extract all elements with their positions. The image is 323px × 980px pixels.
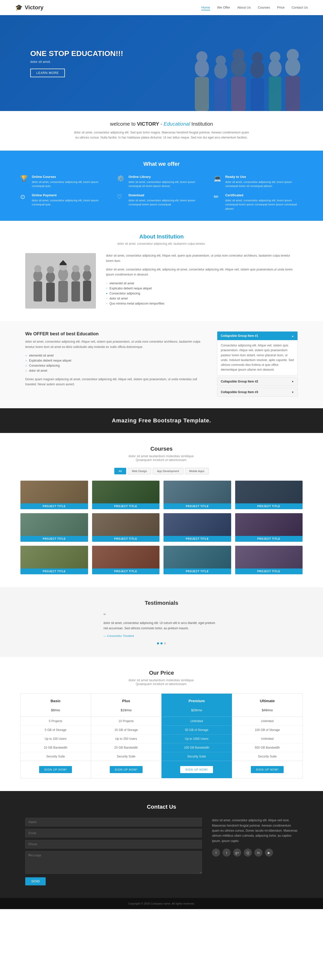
contact-email-input[interactable] bbox=[25, 829, 202, 837]
filter-mobile[interactable]: Mobile Apps bbox=[185, 468, 209, 474]
dot-2[interactable] bbox=[161, 643, 162, 644]
pricing-heading: Our Price bbox=[20, 670, 303, 676]
brand-name: Victory bbox=[25, 4, 43, 11]
nav-courses[interactable]: Courses bbox=[258, 6, 270, 10]
nav-price[interactable]: Price bbox=[277, 6, 285, 10]
hero-subtitle: dolor sit amet. bbox=[30, 60, 123, 64]
course-card-5[interactable]: PROJECT TITLE bbox=[92, 513, 160, 542]
dot-3[interactable] bbox=[164, 643, 166, 644]
nav-we-offer[interactable]: We Offer bbox=[217, 6, 231, 10]
course-card-2[interactable]: PROJECT TITLE bbox=[163, 480, 231, 509]
pricing-basic-name: Basic bbox=[21, 698, 91, 703]
best-list: elementid sit amet Explicabo deberit neq… bbox=[25, 353, 207, 373]
best-heading: We OFFER best of best Education bbox=[25, 331, 207, 337]
course-card-3[interactable]: PROJECT TITLE bbox=[235, 480, 303, 509]
svg-point-33 bbox=[84, 265, 90, 272]
course-card-10[interactable]: PROJECT TITLE bbox=[163, 546, 231, 574]
course-card-6[interactable]: PROJECT TITLE bbox=[163, 513, 231, 542]
collapsible-header-0[interactable]: Collapsible Group Item #1 ▲ bbox=[217, 331, 298, 340]
pricing-ultimate: Ultimate $49/mo Unlimited 100 GB of Stor… bbox=[232, 694, 303, 778]
course-card-8[interactable]: PROJECT TITLE bbox=[20, 546, 88, 574]
learn-more-button[interactable]: LEARN MORE bbox=[30, 68, 65, 77]
youtube-icon[interactable]: ▶ bbox=[265, 848, 273, 857]
pricing-basic-f1: 5 GB of Storage bbox=[21, 725, 91, 735]
svg-rect-13 bbox=[269, 76, 282, 111]
nav-about[interactable]: About Us bbox=[237, 6, 251, 10]
contact-name-input[interactable] bbox=[25, 818, 202, 826]
collapsible-1: Collapsible Group Item #2 ▼ bbox=[217, 377, 298, 386]
offer-item-5: ✏ Certificated dolor sit amet, consectet… bbox=[214, 193, 303, 211]
best-text1: dolor sit amet, consectetur adipiscing e… bbox=[25, 339, 207, 350]
collapsible-header-2[interactable]: Collapsible Group Item #3 ▼ bbox=[217, 388, 298, 396]
filter-app[interactable]: App Development bbox=[153, 468, 183, 474]
signup-premium-button[interactable]: SIGN UP NOW! bbox=[180, 766, 213, 773]
filter-all[interactable]: All bbox=[114, 468, 126, 474]
offer-text-4: dolor sit amet, consectetur adipiscing e… bbox=[129, 198, 206, 207]
pricing-ultimate-f3: 500 GB Bandwidth bbox=[232, 743, 303, 752]
search-icon[interactable]: Q bbox=[244, 848, 252, 857]
course-card-11[interactable]: PROJECT TITLE bbox=[235, 546, 303, 574]
collapsible-header-1[interactable]: Collapsible Group Item #2 ▼ bbox=[217, 377, 298, 386]
about-heading: About Institution bbox=[25, 233, 298, 240]
caret-up-icon: ▲ bbox=[291, 334, 294, 337]
contact-message-input[interactable] bbox=[25, 851, 202, 874]
nav-contact[interactable]: Contact Us bbox=[292, 6, 308, 10]
svg-point-30 bbox=[72, 265, 79, 272]
signup-ultimate-button[interactable]: SIGN UP NOW! bbox=[251, 766, 284, 773]
twitter-icon[interactable]: t bbox=[223, 848, 231, 857]
pricing-basic-features: 5 Projects 5 GB of Storage Up to 100 Use… bbox=[21, 717, 91, 761]
pricing-ultimate-f4: Security Suite bbox=[232, 752, 303, 761]
offer-title-2: Ready to Use bbox=[225, 175, 303, 179]
course-card-0[interactable]: PROJECT TITLE bbox=[20, 480, 88, 509]
testimonial-author: — Consectetur Tincidunt bbox=[103, 634, 220, 637]
pricing-plus-header: Plus $19/mo bbox=[91, 694, 161, 717]
certificate-icon: ✏ bbox=[214, 193, 222, 200]
pricing-plus-f0: 10 Projects bbox=[91, 717, 161, 725]
send-button[interactable]: SEND bbox=[25, 877, 46, 885]
filter-web[interactable]: Web Design bbox=[128, 468, 151, 474]
testimonials-section: Testimonials “ dolor sit amet, consectet… bbox=[0, 587, 323, 657]
testimonial-dots bbox=[51, 643, 272, 644]
pricing-premium-f4: Security Suite bbox=[161, 752, 232, 761]
course-card-9[interactable]: PROJECT TITLE bbox=[92, 546, 160, 574]
best-right: Collapsible Group Item #1 ▲ Consectetur … bbox=[217, 331, 298, 398]
about-list-item-4: Quo minima metal adipiscom temporfites bbox=[106, 301, 298, 306]
course-label-10: PROJECT TITLE bbox=[164, 568, 231, 574]
course-label-5: PROJECT TITLE bbox=[92, 536, 160, 542]
pricing-basic-header: Basic $9/mo bbox=[21, 694, 91, 717]
nav-home[interactable]: Home bbox=[201, 6, 210, 10]
best-section: We OFFER best of best Education dolor si… bbox=[0, 321, 323, 408]
pricing-plus-f1: 15 GB of Storage bbox=[91, 725, 161, 735]
nav-links: Home We Offer About Us Courses Price Con… bbox=[201, 6, 308, 10]
course-thumb-8 bbox=[21, 546, 88, 568]
svg-rect-23 bbox=[46, 283, 55, 302]
download-icon: ♡ bbox=[117, 193, 125, 200]
pricing-premium-name: Premium bbox=[161, 698, 232, 703]
course-thumb-7 bbox=[235, 513, 303, 536]
caret-down-icon-1: ▼ bbox=[291, 380, 294, 383]
best-content: We OFFER best of best Education dolor si… bbox=[25, 331, 298, 398]
offer-item-4: ♡ Download dolor sit amet, consectetur a… bbox=[117, 193, 206, 211]
offer-text-2: dolor sit amet, consectetur adipiscing e… bbox=[225, 180, 303, 188]
courses-grid: PROJECT TITLE PROJECT TITLE PROJECT TITL… bbox=[20, 480, 303, 574]
contact-phone-input[interactable] bbox=[25, 840, 202, 848]
facebook-icon[interactable]: f bbox=[212, 848, 220, 857]
svg-point-31 bbox=[83, 270, 91, 281]
brand-logo[interactable]: 🎓 Victory bbox=[15, 4, 43, 11]
dot-1[interactable] bbox=[157, 643, 159, 644]
offer-title-0: Online Courses bbox=[32, 175, 109, 179]
pricing-ultimate-f1: 100 GB of Storage bbox=[232, 725, 303, 735]
course-card-7[interactable]: PROJECT TITLE bbox=[235, 513, 303, 542]
signup-plus-button[interactable]: SIGN UP NOW! bbox=[110, 766, 143, 773]
linkedin-icon[interactable]: in bbox=[255, 848, 263, 857]
signup-basic-button[interactable]: SIGN UP NOW! bbox=[39, 766, 72, 773]
google-plus-icon[interactable]: g+ bbox=[233, 848, 241, 857]
best-list-item-3: dolor sit amet bbox=[25, 368, 207, 373]
course-card-1[interactable]: PROJECT TITLE bbox=[92, 480, 160, 509]
course-thumb-9 bbox=[92, 546, 160, 568]
pricing-basic-f2: Up to 100 Users bbox=[21, 735, 91, 743]
course-card-4[interactable]: PROJECT TITLE bbox=[20, 513, 88, 542]
course-thumb-10 bbox=[164, 546, 231, 568]
contact-section: Contact Us SEND dolor sit amet, consecte… bbox=[0, 791, 323, 898]
pricing-ultimate-header: Ultimate $49/mo bbox=[232, 694, 303, 717]
